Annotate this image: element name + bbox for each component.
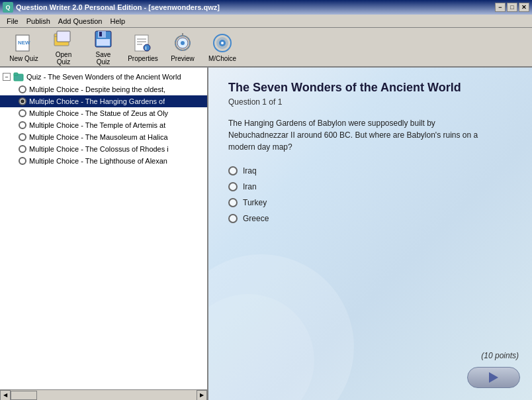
tree-panel: − Quiz - The Seven Wonders of the Ancien… — [0, 68, 208, 400]
option-label-1: Iran — [243, 182, 257, 191]
svg-rect-9 — [99, 32, 102, 36]
properties-icon: i — [132, 32, 154, 54]
tree-item-1[interactable]: Multiple Choice - The Hanging Gardens of — [0, 95, 207, 107]
mchoice-icon — [212, 32, 233, 54]
preview-option-1[interactable]: Iran — [228, 182, 512, 191]
preview-options: IraqIranTurkeyGreece — [228, 166, 512, 223]
svg-point-24 — [221, 42, 224, 44]
tree-item-text-5: Multiple Choice - The Colossus of Rhodes… — [29, 145, 169, 153]
menu-help[interactable]: Help — [106, 16, 129, 26]
menu-add-question[interactable]: Add Question — [54, 16, 107, 26]
menu-bar: File Publish Add Question Help — [0, 15, 532, 28]
tree-item-2[interactable]: Multiple Choice - The Statue of Zeus at … — [0, 107, 207, 119]
tree-item-radio-2 — [19, 109, 26, 117]
title-bar-buttons[interactable]: − □ ✕ — [495, 3, 529, 12]
preview-panel: The Seven Wonders of the Ancient World Q… — [208, 68, 532, 400]
preview-title: The Seven Wonders of the Ancient World — [228, 81, 512, 95]
menu-publish[interactable]: Publish — [22, 16, 54, 26]
tree-item-text-1: Multiple Choice - The Hanging Gardens of — [29, 97, 165, 105]
preview-question-label: Question 1 of 1 — [228, 97, 512, 107]
preview-label: Preview — [171, 55, 195, 62]
app-icon: Q — [3, 2, 13, 13]
tree-item-text-0: Multiple Choice - Despite being the olde… — [29, 85, 165, 93]
tree-item-radio-5 — [19, 145, 26, 153]
svg-rect-5 — [57, 31, 70, 42]
title-bar-left: Q Question Writer 2.0 Personal Edition -… — [3, 2, 220, 13]
preview-question-text: The Hanging Gardens of Babylon were supp… — [228, 117, 512, 153]
tree-item-text-2: Multiple Choice - The Statue of Zeus at … — [29, 109, 168, 117]
maximize-button[interactable]: □ — [507, 3, 517, 12]
open-quiz-button[interactable]: Open Quiz — [45, 30, 82, 64]
option-radio-1 — [228, 182, 238, 191]
svg-text:NEW: NEW — [18, 40, 30, 46]
svg-rect-8 — [97, 39, 110, 46]
scroll-left-button[interactable]: ◀ — [0, 390, 11, 401]
svg-point-18 — [181, 41, 185, 45]
option-label-3: Greece — [243, 214, 269, 223]
tree-item-radio-4 — [19, 133, 26, 141]
save-quiz-icon — [93, 28, 114, 50]
new-quiz-button[interactable]: NEW New Quiz — [5, 30, 42, 64]
next-button[interactable] — [467, 367, 520, 388]
tree-scrollbar[interactable]: ◀ ▶ — [0, 389, 207, 400]
properties-button[interactable]: i Properties — [124, 30, 161, 64]
scroll-right-button[interactable]: ▶ — [197, 390, 207, 401]
tree-item-text-3: Multiple Choice - The Temple of Artemis … — [29, 121, 165, 129]
scroll-thumb[interactable] — [11, 391, 37, 400]
preview-option-3[interactable]: Greece — [228, 214, 512, 223]
tree-item-4[interactable]: Multiple Choice - The Mausoleum at Halic… — [0, 131, 207, 143]
preview-button[interactable]: Preview — [164, 30, 201, 64]
scroll-track[interactable] — [11, 390, 197, 401]
preview-icon — [172, 32, 193, 54]
option-label-0: Iraq — [243, 166, 257, 175]
preview-points: (10 points) — [481, 351, 519, 360]
title-bar: Q Question Writer 2.0 Personal Edition -… — [0, 0, 532, 15]
quiz-folder-icon — [13, 72, 24, 82]
title-bar-text: Question Writer 2.0 Personal Edition - [… — [16, 3, 220, 11]
save-quiz-label: Save Quiz — [88, 51, 118, 66]
svg-text:i: i — [146, 46, 147, 50]
option-radio-2 — [228, 198, 238, 207]
collapse-button[interactable]: − — [3, 73, 11, 81]
svg-rect-26 — [14, 73, 18, 75]
minimize-button[interactable]: − — [495, 3, 506, 12]
option-label-2: Turkey — [243, 198, 267, 207]
tree-items-container: Multiple Choice - Despite being the olde… — [0, 83, 207, 167]
tree-item-text-4: Multiple Choice - The Mausoleum at Halic… — [29, 133, 168, 141]
menu-file[interactable]: File — [3, 16, 22, 26]
tree-content: − Quiz - The Seven Wonders of the Ancien… — [0, 68, 207, 389]
tree-item-0[interactable]: Multiple Choice - Despite being the olde… — [0, 83, 207, 95]
save-quiz-button[interactable]: Save Quiz — [85, 30, 122, 64]
tree-item-text-6: Multiple Choice - The Lighthouse of Alex… — [29, 157, 167, 165]
mchoice-label: M/Choice — [208, 55, 236, 62]
tree-item-radio-1 — [19, 97, 26, 105]
option-radio-3 — [228, 214, 238, 223]
toolbar: NEW New Quiz Open Quiz Save Quiz — [0, 28, 532, 68]
close-button[interactable]: ✕ — [519, 3, 529, 12]
tree-root[interactable]: − Quiz - The Seven Wonders of the Ancien… — [0, 70, 207, 83]
new-quiz-icon: NEW — [13, 32, 34, 54]
tree-item-5[interactable]: Multiple Choice - The Colossus of Rhodes… — [0, 143, 207, 155]
tree-root-label: Quiz - The Seven Wonders of the Ancient … — [26, 73, 181, 81]
next-arrow-icon — [489, 372, 498, 383]
svg-point-14 — [144, 44, 150, 51]
mchoice-button[interactable]: M/Choice — [204, 30, 241, 64]
new-quiz-label: New Quiz — [9, 55, 38, 62]
open-quiz-label: Open Quiz — [48, 51, 79, 66]
tree-item-radio-0 — [19, 85, 26, 93]
option-radio-0 — [228, 166, 238, 175]
tree-item-6[interactable]: Multiple Choice - The Lighthouse of Alex… — [0, 155, 207, 167]
preview-option-2[interactable]: Turkey — [228, 198, 512, 207]
tree-item-3[interactable]: Multiple Choice - The Temple of Artemis … — [0, 119, 207, 131]
tree-item-radio-3 — [19, 121, 26, 129]
properties-label: Properties — [128, 55, 158, 62]
main-area: − Quiz - The Seven Wonders of the Ancien… — [0, 68, 532, 400]
tree-item-radio-6 — [19, 157, 26, 165]
open-quiz-icon — [53, 28, 74, 50]
preview-option-0[interactable]: Iraq — [228, 166, 512, 175]
